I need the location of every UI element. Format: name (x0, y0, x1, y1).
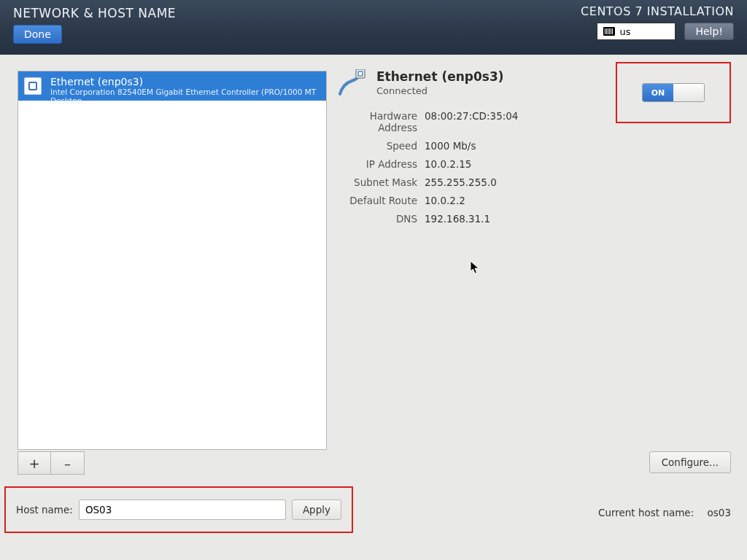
speed-value: 1000 Mb/s (425, 140, 642, 152)
apply-hostname-button[interactable]: Apply (292, 499, 341, 520)
current-hostname-row: Current host name: os03 (598, 507, 731, 518)
svg-rect-0 (356, 69, 365, 78)
nic-detail-status: Connected (376, 85, 504, 96)
installer-title: CENTOS 7 INSTALLATION (581, 4, 734, 18)
ip-label: IP Address (336, 158, 417, 170)
nic-list[interactable]: Ethernet (enp0s3) Intel Corporation 8254… (18, 71, 327, 450)
speed-label: Speed (336, 140, 417, 152)
nic-list-item[interactable]: Ethernet (enp0s3) Intel Corporation 8254… (18, 71, 326, 101)
mask-value: 255.255.255.0 (425, 176, 642, 188)
mouse-cursor-icon (470, 260, 480, 275)
add-nic-button[interactable]: + (18, 451, 51, 475)
header-right: CENTOS 7 INSTALLATION us Help! (581, 4, 734, 40)
nic-item-subtitle: Intel Corporation 82540EM Gigabit Ethern… (50, 88, 319, 105)
nic-item-title: Ethernet (enp0s3) (50, 76, 319, 88)
nic-add-remove-row: + – (18, 451, 85, 475)
help-button[interactable]: Help! (684, 23, 734, 40)
done-button[interactable]: Done (13, 25, 62, 44)
configure-button[interactable]: Configure... (649, 451, 731, 473)
nic-detail-grid: Hardware Address 08:00:27:CD:35:04 Speed… (336, 110, 642, 225)
current-hostname-label: Current host name: (598, 507, 694, 518)
hw-addr-value: 08:00:27:CD:35:04 (425, 110, 642, 133)
mask-label: Subnet Mask (336, 176, 417, 188)
toggle-on-label: ON (643, 84, 673, 101)
nic-detail-title: Ethernet (enp0s3) (376, 69, 504, 84)
keyboard-icon (603, 27, 615, 36)
hw-addr-label: Hardware Address (336, 110, 417, 133)
nic-toggle-highlight: ON (616, 62, 731, 123)
hostname-label: Host name: (16, 504, 73, 516)
nic-enable-toggle[interactable]: ON (642, 83, 705, 102)
ethernet-cable-icon (336, 69, 366, 100)
keyboard-layout-label: us (619, 26, 630, 37)
ip-value: 10.0.2.15 (425, 158, 642, 170)
body-area: Ethernet (enp0s3) Intel Corporation 8254… (0, 55, 747, 560)
keyboard-layout-selector[interactable]: us (597, 23, 676, 40)
dns-label: DNS (336, 213, 417, 225)
nic-detail-panel: Ethernet (enp0s3) Connected Hardware Add… (336, 69, 642, 225)
route-value: 10.0.2.2 (425, 195, 642, 206)
hostname-highlight: Host name: Apply (4, 486, 353, 533)
dns-value: 192.168.31.1 (425, 213, 642, 225)
remove-nic-button[interactable]: – (51, 451, 85, 475)
hostname-input[interactable] (79, 499, 286, 520)
ethernet-port-icon (24, 77, 42, 95)
route-label: Default Route (336, 195, 417, 206)
current-hostname-value: os03 (708, 507, 731, 518)
header-bar: NETWORK & HOST NAME Done CENTOS 7 INSTAL… (0, 0, 747, 55)
toggle-knob (673, 84, 704, 101)
